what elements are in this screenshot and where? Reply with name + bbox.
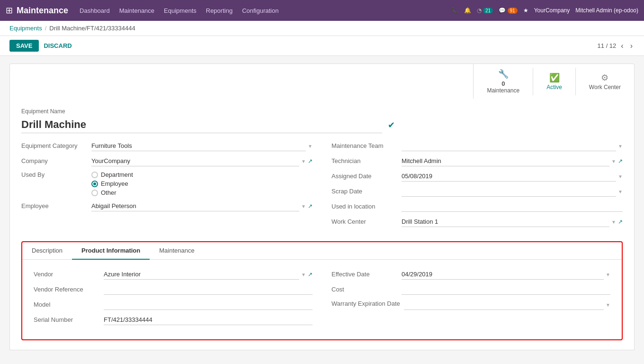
model-input[interactable] <box>104 300 313 310</box>
maintenance-team-label: Maintenance Team <box>331 142 398 149</box>
cost-value <box>402 284 610 295</box>
vendor-select[interactable]: Azure Interior <box>104 269 299 280</box>
pager-prev[interactable]: ‹ <box>619 42 625 50</box>
breadcrumb-current: Drill Machine/FT/421/33334444 <box>49 25 135 32</box>
effective-date-group: Effective Date ▼ <box>331 269 610 280</box>
cost-label: Cost <box>331 286 398 293</box>
active-icon: ✅ <box>549 73 560 83</box>
radio-department[interactable]: Department <box>91 171 313 178</box>
used-by-label: Used By <box>21 171 88 178</box>
technician-group: Technician Mitchell Admin ▼ ↗ <box>331 156 623 166</box>
work-center-group: Work Center Drill Station 1 ▼ ↗ <box>331 217 623 227</box>
radio-other-circle <box>91 190 98 196</box>
technician-value: Mitchell Admin ▼ ↗ <box>402 156 623 166</box>
vendor-ext-link[interactable]: ↗ <box>308 271 313 278</box>
company-arrow: ▼ <box>301 159 306 164</box>
main-form-row: Equipment Category Furniture Tools ▼ Com… <box>21 141 623 232</box>
chat-badge: 91 <box>508 8 518 14</box>
employee-select[interactable]: Abigail Peterson <box>91 201 299 211</box>
used-in-location-label: Used in location <box>331 203 398 210</box>
vendor-reference-value <box>104 284 313 295</box>
work-center-value: Drill Station 1 ▼ ↗ <box>402 217 623 227</box>
used-in-location-group: Used in location <box>331 201 623 212</box>
user-menu[interactable]: Mitchell Admin (ep-odoo) <box>575 7 638 14</box>
used-in-location-input[interactable] <box>402 201 623 212</box>
company-group: Company YourCompany ▼ ↗ <box>21 156 313 166</box>
tab-maintenance[interactable]: Maintenance <box>150 242 204 260</box>
assigned-date-value: ▼ <box>402 171 623 182</box>
assigned-date-group: Assigned Date ▼ <box>331 171 623 182</box>
equipment-name-label: Equipment Name <box>21 108 623 115</box>
warranty-expiration-value: ▼ <box>404 300 610 310</box>
company-ext-link[interactable]: ↗ <box>308 158 313 164</box>
model-label: Model <box>34 301 100 308</box>
radio-other[interactable]: Other <box>91 189 313 196</box>
pager-text: 11 / 12 <box>598 42 617 49</box>
nav-configuration[interactable]: Configuration <box>242 7 278 14</box>
technician-arrow: ▼ <box>611 159 616 164</box>
cost-input[interactable] <box>402 284 610 295</box>
scrap-date-value: ▼ <box>402 186 623 197</box>
employee-ext-link[interactable]: ↗ <box>308 203 313 209</box>
company-select[interactable]: YourCompany <box>91 156 299 166</box>
product-info-right: Effective Date ▼ Cost <box>331 269 610 330</box>
work-center-status-btn[interactable]: ⚙ Work Center <box>575 68 634 95</box>
serial-number-input[interactable] <box>104 315 313 325</box>
used-by-group: Used By Department Employee Other <box>21 171 313 196</box>
equipment-name-section: Equipment Name ✔ <box>21 108 623 133</box>
work-center-arrow: ▼ <box>611 219 616 225</box>
topnav-right: 📞 🔔 ◔ 21 💬 91 ★ YourCompany Mitchell Adm… <box>451 7 638 14</box>
main-content: 🔧 0 Maintenance ✅ Active ⚙ Work Center E… <box>0 56 644 358</box>
assigned-date-arrow: ▼ <box>618 174 623 179</box>
equipment-category-arrow: ▼ <box>308 144 313 149</box>
active-status-btn[interactable]: ✅ Active <box>533 68 575 95</box>
warranty-expiration-input[interactable] <box>404 300 604 310</box>
nav-equipments[interactable]: Equipments <box>164 7 197 14</box>
serial-number-value <box>104 315 313 325</box>
radio-employee-label: Employee <box>101 180 128 187</box>
bell-icon: 🔔 <box>464 7 471 14</box>
warranty-expiration-label: Warranty Expiration Date <box>331 300 400 308</box>
tab-description[interactable]: Description <box>22 242 72 260</box>
maintenance-team-select[interactable] <box>402 141 616 151</box>
nav-reporting[interactable]: Reporting <box>206 7 233 14</box>
equipment-name-field[interactable] <box>21 117 382 133</box>
radio-employee[interactable]: Employee <box>91 180 313 187</box>
assigned-date-input[interactable] <box>402 171 616 182</box>
work-center-select[interactable]: Drill Station 1 <box>402 217 609 227</box>
nav-maintenance[interactable]: Maintenance <box>119 7 154 14</box>
company-selector[interactable]: YourCompany <box>534 7 570 14</box>
discard-button[interactable]: DISCARD <box>44 42 72 49</box>
grid-icon[interactable]: ⊞ <box>6 5 13 16</box>
form-left-col: Equipment Category Furniture Tools ▼ Com… <box>21 141 313 232</box>
app-title: Maintenance <box>17 6 68 16</box>
technician-ext-link[interactable]: ↗ <box>618 158 623 164</box>
employee-arrow: ▼ <box>301 204 306 209</box>
vendor-value: Azure Interior ▼ ↗ <box>104 269 313 280</box>
maintenance-count: 0 <box>501 80 505 87</box>
employee-value: Abigail Peterson ▼ ↗ <box>91 201 313 211</box>
scrap-date-input[interactable] <box>402 186 616 197</box>
effective-date-label: Effective Date <box>331 271 398 278</box>
company-value: YourCompany ▼ ↗ <box>91 156 313 166</box>
activity-icon: ◔ 21 <box>477 7 493 14</box>
pager-next[interactable]: › <box>628 42 635 50</box>
vendor-reference-input[interactable] <box>104 284 313 295</box>
work-center-label: Work Center <box>331 218 398 225</box>
breadcrumb-link[interactable]: Equipments <box>9 25 42 32</box>
vendor-arrow: ▼ <box>301 272 306 277</box>
maintenance-status-btn[interactable]: 🔧 0 Maintenance <box>473 64 533 99</box>
warranty-expiration-group: Warranty Expiration Date ▼ <box>331 300 610 310</box>
maintenance-team-value: ▼ <box>402 141 623 151</box>
technician-select[interactable]: Mitchell Admin <box>402 156 609 166</box>
serial-number-group: Serial Number <box>34 315 313 325</box>
equipment-category-select[interactable]: Furniture Tools <box>91 141 306 151</box>
tab-product-info[interactable]: Product Information <box>72 242 150 260</box>
effective-date-input[interactable] <box>402 269 604 280</box>
pager: 11 / 12 ‹ › <box>598 42 635 50</box>
nav-dashboard[interactable]: Dashboard <box>80 7 110 14</box>
work-center-icon: ⚙ <box>601 73 608 83</box>
work-center-ext-link[interactable]: ↗ <box>618 218 623 225</box>
form-right-col: Maintenance Team ▼ Technician Mitchell A… <box>331 141 623 232</box>
save-button[interactable]: SAVE <box>9 40 39 52</box>
